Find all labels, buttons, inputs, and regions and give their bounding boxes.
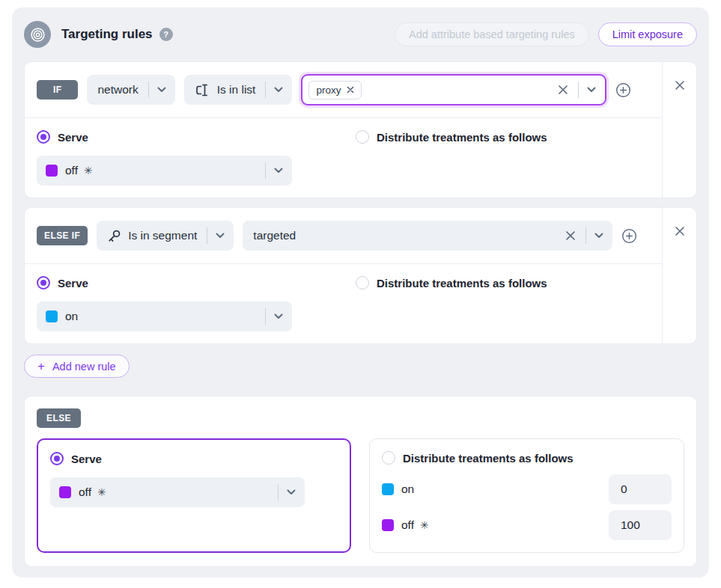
serve-label: Serve: [71, 453, 102, 465]
distribution-value-input[interactable]: 100: [609, 510, 672, 540]
distribution-value-input[interactable]: 0: [609, 474, 672, 504]
default-treatment-marker: ✳: [84, 165, 93, 177]
divider: [265, 308, 266, 325]
treatment-name: on: [401, 483, 414, 496]
distribute-radio[interactable]: [356, 130, 369, 144]
treatment-name: off: [65, 164, 78, 177]
header: Targeting rules ? Add attribute based ta…: [24, 19, 697, 49]
treatment-select[interactable]: off ✳: [37, 156, 292, 186]
distribute-label: Distribute treatments as follows: [403, 452, 574, 465]
distribute-label: Distribute treatments as follows: [377, 277, 547, 290]
matcher-select-value: Is in list: [217, 83, 256, 97]
segment-value-input[interactable]: [253, 229, 565, 242]
serve-radio[interactable]: [50, 452, 64, 465]
serve-radio[interactable]: [37, 130, 50, 144]
rule-card-if: IF network Is in list: [24, 61, 697, 198]
distribute-radio[interactable]: [382, 451, 395, 465]
add-condition-icon[interactable]: [615, 82, 631, 98]
elseif-serve-section: Serve Distribute treatments as follows o…: [25, 264, 662, 343]
if-serve-section: Serve Distribute treatments as follows o…: [25, 118, 662, 197]
distribute-radio-option[interactable]: Distribute treatments as follows: [356, 130, 547, 144]
divider: [278, 484, 279, 500]
divider: [265, 162, 266, 179]
page-title: Targeting rules: [61, 27, 153, 42]
if-badge: IF: [37, 80, 78, 99]
elseif-badge: ELSE IF: [37, 226, 88, 245]
delete-rule-icon[interactable]: [675, 226, 685, 236]
else-distribute-panel[interactable]: Distribute treatments as follows on 0 of…: [369, 438, 684, 553]
segment-matcher-select[interactable]: Is in segment: [97, 221, 234, 251]
treatment-name: on: [65, 310, 78, 323]
add-attribute-rules-button: Add attribute based targeting rules: [395, 22, 589, 46]
matcher-select[interactable]: Is in list: [184, 75, 293, 105]
distribute-label: Distribute treatments as follows: [377, 131, 547, 144]
distribution-row-off: off ✳ 100: [382, 510, 672, 540]
treatment-name: off: [79, 486, 91, 499]
serve-radio-option[interactable]: Serve: [50, 452, 338, 465]
clear-values-icon[interactable]: [558, 85, 568, 95]
help-icon[interactable]: ?: [159, 28, 173, 41]
distribute-radio[interactable]: [356, 276, 369, 290]
string-matcher-icon: [195, 84, 210, 97]
divider: [148, 82, 149, 98]
bullseye-icon: [30, 27, 46, 43]
chevron-down-icon[interactable]: [594, 233, 603, 239]
chevron-down-icon[interactable]: [587, 87, 596, 93]
chevron-down-icon[interactable]: [216, 233, 225, 239]
rule-close-column: [663, 208, 696, 343]
default-treatment-marker: ✳: [420, 519, 429, 531]
chevron-down-icon[interactable]: [274, 168, 283, 174]
treatment-swatch-off: [46, 165, 58, 177]
divider: [585, 227, 586, 244]
treatment-swatch-on: [46, 310, 58, 322]
serve-radio-option[interactable]: Serve: [37, 130, 356, 144]
divider: [578, 82, 579, 98]
value-chip-label: proxy: [316, 85, 341, 96]
serve-label: Serve: [58, 131, 88, 144]
targeting-rules-panel: Targeting rules ? Add attribute based ta…: [12, 7, 709, 578]
add-condition-icon[interactable]: [621, 228, 637, 244]
treatment-swatch-on: [382, 483, 394, 495]
chevron-down-icon[interactable]: [287, 489, 296, 495]
default-treatment-marker: ✳: [97, 486, 106, 498]
distribute-radio-option[interactable]: Distribute treatments as follows: [356, 276, 547, 290]
divider: [207, 227, 207, 244]
treatment-swatch-off: [59, 486, 71, 498]
segment-matcher-value: Is in segment: [128, 229, 197, 242]
chip-remove-icon[interactable]: [347, 86, 354, 94]
targeting-avatar: [24, 21, 51, 48]
distribute-radio-option[interactable]: Distribute treatments as follows: [382, 451, 672, 465]
segment-value-input-wrap: [243, 221, 612, 251]
delete-rule-icon[interactable]: [675, 80, 685, 91]
attribute-select-value: network: [97, 83, 138, 97]
treatment-select[interactable]: off ✳: [50, 477, 305, 507]
rule-card-elseif: ELSE IF Is in segment: [24, 207, 697, 344]
limit-exposure-button[interactable]: Limit exposure: [598, 22, 697, 46]
segment-key-icon: [107, 229, 121, 243]
else-serve-panel[interactable]: Serve off ✳: [37, 438, 351, 553]
treatment-name: off: [401, 518, 414, 532]
treatment-swatch-off: [382, 519, 394, 531]
attribute-select[interactable]: network: [87, 75, 174, 105]
chevron-down-icon[interactable]: [274, 313, 283, 319]
else-badge: ELSE: [37, 408, 81, 428]
serve-label: Serve: [58, 277, 88, 290]
chevron-down-icon[interactable]: [274, 87, 283, 93]
clear-segment-icon[interactable]: [565, 230, 576, 241]
divider: [265, 82, 266, 98]
add-new-rule-label: Add new rule: [52, 361, 116, 373]
serve-radio-option[interactable]: Serve: [37, 276, 356, 290]
if-condition-row: IF network Is in list: [25, 62, 662, 118]
rule-card-else: ELSE Serve off ✳: [24, 396, 697, 567]
rule-close-column: [663, 62, 696, 197]
chevron-down-icon[interactable]: [157, 87, 166, 93]
add-new-rule-button[interactable]: + Add new rule: [24, 355, 130, 378]
treatment-select[interactable]: on: [37, 301, 292, 331]
list-values-input[interactable]: proxy: [301, 74, 606, 105]
distribution-row-on: on 0: [382, 474, 672, 504]
serve-radio[interactable]: [37, 276, 50, 290]
elseif-condition-row: ELSE IF Is in segment: [25, 208, 662, 264]
value-chip: proxy: [308, 81, 362, 99]
plus-icon: +: [37, 360, 45, 373]
